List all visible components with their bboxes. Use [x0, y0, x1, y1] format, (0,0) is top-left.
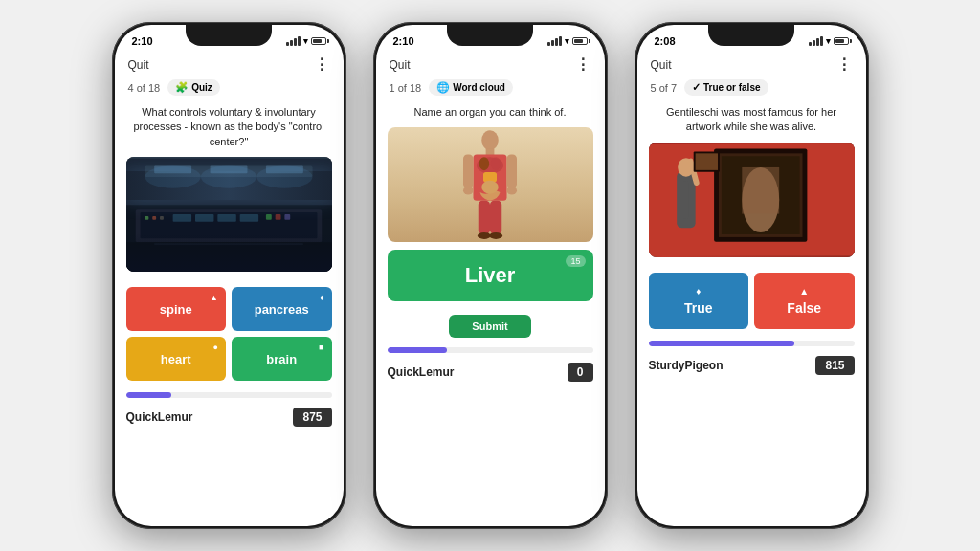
status-icons-1: ▾ — [286, 36, 326, 46]
badge-icon-1: 🧩 — [175, 81, 189, 94]
count-text-3: 5 of 7 — [651, 82, 678, 94]
phone-truefalse: 2:08 ▾ Quit ⋮ 5 of 7 ✓ True or false — [635, 22, 869, 529]
count-text-1: 4 of 18 — [128, 82, 161, 94]
svg-rect-44 — [742, 167, 779, 214]
svg-point-27 — [479, 158, 490, 171]
signal-icon-3 — [809, 36, 823, 46]
notch-1 — [186, 25, 272, 46]
svg-rect-12 — [152, 216, 156, 220]
question-text-1: What controls voluntary & involuntary pr… — [115, 99, 344, 157]
status-time-1: 2:10 — [132, 35, 153, 47]
svg-rect-13 — [160, 216, 164, 220]
badge-icon-2: 🌐 — [436, 81, 450, 94]
status-icons-3: ▾ — [809, 36, 849, 46]
question-image-3 — [649, 143, 855, 257]
word-input-area[interactable]: 15 Liver — [388, 250, 593, 301]
heart-label: heart — [161, 352, 191, 366]
badge-label-1: Quiz — [191, 82, 212, 93]
answer-false[interactable]: ▲ False — [754, 273, 855, 329]
quit-button-2[interactable]: Quit — [390, 58, 411, 72]
score-box-1: 875 — [293, 408, 331, 427]
tf-badge: ✓ True or false — [684, 79, 768, 96]
score-bar-3: SturdyPigeon 815 — [637, 352, 866, 383]
painting-svg — [649, 143, 855, 257]
status-icons-2: ▾ — [547, 36, 588, 46]
false-icon: ▲ — [799, 286, 809, 297]
progress-fill-1 — [126, 392, 171, 398]
lab-image — [126, 157, 332, 272]
spine-label: spine — [160, 302, 192, 317]
svg-rect-11 — [145, 216, 148, 220]
pancreas-label: pancreas — [255, 302, 309, 317]
lab-svg — [126, 157, 332, 272]
svg-rect-17 — [239, 214, 257, 222]
svg-point-7 — [200, 166, 256, 188]
svg-point-33 — [463, 187, 474, 195]
svg-rect-15 — [194, 214, 212, 222]
progress-label-2: 1 of 18 🌐 Word cloud — [376, 77, 605, 99]
svg-rect-14 — [172, 214, 190, 222]
status-time-2: 2:10 — [393, 35, 414, 47]
status-time-3: 2:08 — [655, 35, 676, 47]
quiz-badge-1: 🧩 Quiz — [167, 79, 220, 96]
svg-point-34 — [507, 187, 518, 195]
answer-pancreas[interactable]: ♦ pancreas — [232, 287, 332, 331]
svg-rect-21 — [126, 242, 332, 270]
svg-rect-32 — [507, 155, 518, 188]
answer-spine[interactable]: ▲ spine — [126, 287, 227, 331]
top-bar-1: Quit ⋮ — [115, 52, 344, 77]
count-text-2: 1 of 18 — [390, 82, 422, 94]
tf-answers: ♦ True ▲ False — [637, 265, 866, 337]
brain-icon: ■ — [319, 342, 323, 352]
more-button-3[interactable]: ⋮ — [836, 55, 853, 74]
question-text-3: Gentileschi was most famous for her artw… — [637, 99, 866, 143]
svg-rect-47 — [681, 181, 689, 218]
username-1: QuickLemur — [126, 410, 193, 424]
score-box-3: 815 — [815, 356, 854, 375]
score-bar-2: QuickLemur 0 — [376, 359, 605, 389]
notch-3 — [708, 25, 794, 46]
true-label: True — [684, 300, 713, 316]
quit-button-3[interactable]: Quit — [651, 58, 672, 72]
question-text-2: Name an organ you can think of. — [376, 99, 605, 127]
svg-point-38 — [489, 232, 502, 239]
progress-fill-2 — [388, 347, 447, 353]
spine-icon: ▲ — [210, 293, 218, 302]
svg-rect-19 — [275, 214, 280, 220]
question-image-2 — [388, 127, 593, 242]
top-bar-3: Quit ⋮ — [637, 52, 866, 77]
more-button-2[interactable]: ⋮ — [575, 55, 591, 74]
badge-label-3: True or false — [703, 82, 760, 93]
wordcloud-badge: 🌐 Word cloud — [429, 79, 513, 96]
answer-heart[interactable]: ● heart — [126, 337, 227, 381]
wifi-icon-1: ▾ — [303, 36, 308, 46]
pancreas-icon: ♦ — [320, 293, 324, 302]
score-bar-1: QuickLemur 875 — [115, 404, 344, 434]
svg-rect-36 — [490, 201, 501, 234]
phone-quiz: 2:10 ▾ Quit ⋮ 4 of 18 🧩 Quiz — [112, 22, 346, 529]
svg-point-37 — [478, 232, 491, 239]
heart-icon: ● — [213, 342, 218, 352]
phones-container: 2:10 ▾ Quit ⋮ 4 of 18 🧩 Quiz — [93, 3, 888, 548]
more-button-1[interactable]: ⋮ — [314, 55, 330, 74]
signal-icon-2 — [547, 36, 562, 46]
svg-point-8 — [256, 166, 312, 188]
badge-icon-3: ✓ — [692, 81, 701, 94]
svg-point-23 — [481, 131, 499, 151]
svg-rect-18 — [265, 214, 271, 220]
username-2: QuickLemur — [388, 365, 455, 379]
svg-rect-16 — [217, 214, 235, 222]
battery-icon-2 — [572, 37, 588, 45]
notch-2 — [447, 25, 533, 46]
submit-button[interactable]: Submit — [449, 315, 530, 338]
progress-bar-2 — [388, 347, 593, 353]
anatomy-image — [388, 127, 593, 242]
svg-rect-35 — [479, 201, 490, 234]
progress-bar-1 — [126, 392, 332, 398]
wifi-icon-2: ▾ — [565, 36, 569, 46]
word-input-text: Liver — [465, 263, 516, 287]
answer-true[interactable]: ♦ True — [649, 273, 749, 329]
answer-brain[interactable]: ■ brain — [232, 337, 332, 381]
quit-button-1[interactable]: Quit — [128, 58, 149, 72]
svg-rect-24 — [486, 149, 495, 156]
